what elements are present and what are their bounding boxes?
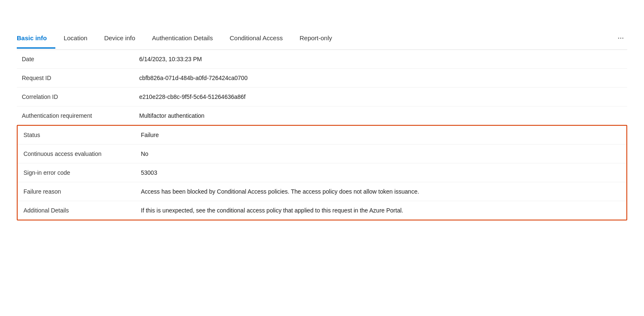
highlighted-info-row: Sign-in error code53003: [18, 163, 626, 182]
panel-header: [17, 13, 627, 17]
activity-details-panel: Basic infoLocationDevice infoAuthenticat…: [0, 0, 644, 316]
info-label: Status: [23, 132, 141, 138]
info-row: Correlation IDe210e228-cb8c-9f5f-5c64-51…: [17, 88, 627, 106]
info-value: Failure: [141, 132, 621, 138]
info-label: Date: [22, 56, 139, 62]
tab-basic-info[interactable]: Basic info: [17, 29, 55, 49]
highlighted-info-row: Continuous access evaluationNo: [18, 145, 626, 163]
tab-location[interactable]: Location: [64, 29, 96, 49]
info-label: Sign-in error code: [23, 169, 141, 176]
info-value: e210e228-cb8c-9f5f-5c64-51264636a86f: [139, 93, 622, 100]
info-row: Date6/14/2023, 10:33:23 PM: [17, 50, 627, 69]
info-value: No: [141, 150, 621, 157]
info-label: Continuous access evaluation: [23, 150, 141, 157]
tab-device-info[interactable]: Device info: [104, 29, 143, 49]
highlighted-info-row: Failure reasonAccess has been blocked by…: [18, 182, 626, 201]
tab-conditional-access[interactable]: Conditional Access: [230, 29, 291, 49]
info-label: Authentication requirement: [22, 112, 139, 119]
highlighted-info-row: StatusFailure: [18, 126, 626, 145]
tabs-nav: Basic infoLocationDevice infoAuthenticat…: [17, 28, 627, 50]
info-label: Additional Details: [23, 207, 141, 214]
tab-report-only[interactable]: Report-only: [299, 29, 340, 49]
info-row: Request IDcbfb826a-071d-484b-a0fd-726424…: [17, 69, 627, 88]
tab-content: Date6/14/2023, 10:33:23 PMRequest IDcbfb…: [17, 50, 627, 220]
info-value: cbfb826a-071d-484b-a0fd-726424ca0700: [139, 75, 622, 81]
tab-authentication-details[interactable]: Authentication Details: [152, 29, 221, 49]
highlighted-info-row: Additional DetailsIf this is unexpected,…: [18, 201, 626, 220]
close-button[interactable]: [621, 13, 627, 17]
info-value: Multifactor authentication: [139, 112, 622, 119]
basic-info-rows: Date6/14/2023, 10:33:23 PMRequest IDcbfb…: [17, 50, 627, 125]
info-value: 53003: [141, 169, 621, 176]
info-label: Correlation ID: [22, 93, 139, 100]
info-value: 6/14/2023, 10:33:23 PM: [139, 56, 622, 62]
tab-more-button[interactable]: ···: [614, 28, 627, 49]
info-label: Failure reason: [23, 188, 141, 195]
highlighted-section: StatusFailureContinuous access evaluatio…: [17, 125, 627, 220]
info-value: Access has been blocked by Conditional A…: [141, 188, 621, 195]
info-row: Authentication requirementMultifactor au…: [17, 106, 627, 125]
info-label: Request ID: [22, 75, 139, 81]
info-value: If this is unexpected, see the condition…: [141, 207, 621, 214]
